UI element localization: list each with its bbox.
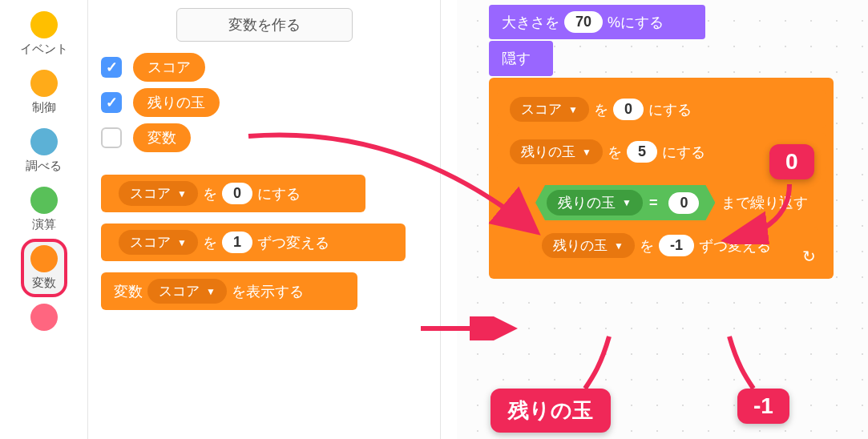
variable-pill-var[interactable]: 変数 bbox=[133, 123, 191, 152]
set-variable-block[interactable]: スコア▼ を 0 にする bbox=[101, 175, 365, 212]
category-myblocks[interactable] bbox=[24, 300, 64, 337]
chevron-down-icon: ▼ bbox=[622, 197, 632, 208]
variable-dropdown[interactable]: 残りの玉▼ bbox=[510, 139, 603, 164]
show-variable-block[interactable]: 変数 スコア▼ を表示する bbox=[101, 272, 357, 310]
loop-arrow-icon: ↻ bbox=[802, 247, 816, 266]
chevron-down-icon: ▼ bbox=[177, 237, 187, 248]
equals-operator[interactable]: 残りの玉▼ = 0 bbox=[535, 185, 715, 220]
chevron-down-icon: ▼ bbox=[177, 188, 187, 199]
variable-row: 変数 bbox=[101, 123, 427, 152]
checkbox-score[interactable]: ✓ bbox=[101, 57, 122, 78]
variable-dropdown[interactable]: スコア▼ bbox=[119, 181, 198, 206]
category-label: 演算 bbox=[32, 217, 56, 232]
value-input[interactable]: -1 bbox=[659, 235, 694, 256]
block-palette: 変数を作る ✓ スコア ✓ 残りの玉 変数 スコア▼ を 0 にする スコア▼ … bbox=[88, 0, 441, 439]
variable-row: ✓ 残りの玉 bbox=[101, 88, 427, 117]
value-input[interactable]: 0 bbox=[222, 183, 252, 204]
script-stack[interactable]: 大きさを 70 %にする 隠す スコア▼ を 0 にする 残りの玉▼ を 5 に… bbox=[489, 5, 834, 279]
chevron-down-icon: ▼ bbox=[582, 147, 591, 158]
variable-dropdown[interactable]: スコア▼ bbox=[147, 279, 227, 304]
category-events[interactable]: イベント bbox=[14, 8, 75, 60]
callout-zero: 0 bbox=[769, 144, 814, 179]
variable-dropdown[interactable]: 残りの玉▼ bbox=[542, 233, 635, 258]
category-label: 調べる bbox=[26, 159, 62, 174]
category-dot bbox=[30, 128, 58, 155]
category-sensing[interactable]: 調べる bbox=[19, 125, 68, 177]
callout-neg1: -1 bbox=[737, 389, 789, 424]
category-operators[interactable]: 演算 bbox=[24, 183, 64, 236]
variable-dropdown[interactable]: 残りの玉▼ bbox=[547, 190, 643, 215]
value-input[interactable]: 1 bbox=[222, 232, 252, 253]
variable-dropdown[interactable]: スコア▼ bbox=[510, 97, 589, 122]
category-dot bbox=[30, 304, 58, 331]
set-size-block[interactable]: 大きさを 70 %にする bbox=[489, 5, 705, 39]
checkbox-balls[interactable]: ✓ bbox=[101, 92, 122, 113]
category-dot bbox=[30, 70, 58, 97]
script-area[interactable]: 大きさを 70 %にする 隠す スコア▼ を 0 にする 残りの玉▼ を 5 に… bbox=[457, 0, 868, 439]
chevron-down-icon: ▼ bbox=[614, 240, 624, 252]
checkbox-var[interactable] bbox=[101, 127, 122, 148]
category-sidebar: イベント 制御 調べる 演算 変数 bbox=[0, 0, 88, 439]
repeat-condition-row: 残りの玉▼ = 0 まで繰り返す bbox=[529, 185, 818, 220]
category-label: 制御 bbox=[32, 100, 56, 115]
category-dot bbox=[30, 245, 58, 272]
value-input[interactable]: 0 bbox=[613, 99, 644, 120]
category-control[interactable]: 制御 bbox=[24, 66, 64, 119]
make-variable-button[interactable]: 変数を作る bbox=[176, 8, 353, 42]
value-input[interactable]: 0 bbox=[668, 192, 699, 214]
value-input[interactable]: 70 bbox=[564, 11, 603, 33]
repeat-body: 残りの玉▼ を -1 ずつ変える bbox=[529, 227, 818, 264]
callout-balls: 残りの玉 bbox=[491, 389, 611, 433]
variable-pill-score[interactable]: スコア bbox=[133, 53, 205, 82]
change-balls-block[interactable]: 残りの玉▼ を -1 ずつ変える bbox=[529, 227, 818, 264]
set-score-block[interactable]: スコア▼ を 0 にする bbox=[497, 91, 826, 128]
category-label: 変数 bbox=[32, 276, 56, 291]
category-dot bbox=[30, 187, 58, 214]
variable-pill-balls[interactable]: 残りの玉 bbox=[133, 88, 220, 117]
hide-block[interactable]: 隠す bbox=[489, 41, 553, 76]
chevron-down-icon: ▼ bbox=[206, 286, 216, 297]
variable-dropdown[interactable]: スコア▼ bbox=[119, 230, 198, 255]
category-dot bbox=[30, 11, 58, 38]
category-variables[interactable]: 変数 bbox=[24, 242, 64, 294]
repeat-until-block[interactable]: 残りの玉▼ = 0 まで繰り返す 残りの玉▼ を -1 ずつ変える ↻ bbox=[497, 179, 826, 271]
variable-row: ✓ スコア bbox=[101, 53, 427, 82]
change-variable-block[interactable]: スコア▼ を 1 ずつ変える bbox=[101, 224, 406, 261]
value-input[interactable]: 5 bbox=[627, 141, 657, 163]
category-label: イベント bbox=[20, 42, 68, 57]
chevron-down-icon: ▼ bbox=[568, 104, 578, 115]
